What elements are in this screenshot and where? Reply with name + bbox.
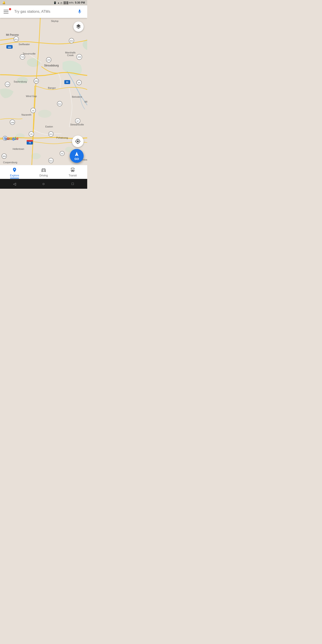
location-button[interactable] [72, 136, 84, 147]
svg-point-109 [44, 170, 45, 171]
svg-text:Swiftwater: Swiftwater [18, 43, 30, 46]
svg-text:380: 380 [8, 46, 11, 48]
nav-transit[interactable]: Transit [58, 166, 87, 178]
nav-driving[interactable]: Driving [29, 166, 58, 178]
notification-icon: 🔔 [2, 1, 6, 4]
driving-icon [41, 167, 46, 174]
explore-label: Explore [10, 174, 19, 177]
svg-text:57: 57 [77, 120, 79, 122]
layer-toggle-button[interactable] [73, 22, 84, 32]
svg-text:Marshalls: Marshalls [65, 52, 76, 54]
active-nav-indicator [10, 178, 19, 178]
svg-text:Easton: Easton [46, 126, 53, 128]
svg-text:33: 33 [30, 133, 32, 135]
map-container[interactable]: 611 380 209 402 191 715 715 [0, 18, 87, 165]
logo-g: G [4, 136, 7, 141]
driving-label: Driving [39, 174, 48, 177]
status-bar-left: 🔔 [2, 1, 6, 4]
wifi-icon: ▲ [57, 1, 60, 4]
search-bar [0, 5, 87, 18]
svg-text:80: 80 [66, 81, 68, 83]
signal-bars: ▐▐▐ [63, 1, 68, 4]
status-bar-right: 📳 ▲ △ ▐▐▐ 44% 5:30 PM [54, 1, 85, 4]
go-button-label: GO [74, 157, 79, 160]
svg-text:Tannersville: Tannersville [22, 52, 36, 55]
svg-text:Wind Gap: Wind Gap [26, 95, 37, 98]
home-button[interactable]: ○ [40, 180, 47, 187]
logo-o1: o [7, 136, 10, 141]
logo-g2: g [12, 136, 15, 141]
nosim-icon: △ [60, 1, 62, 4]
svg-text:715: 715 [21, 56, 24, 58]
svg-text:402: 402 [70, 40, 73, 42]
svg-text:209: 209 [78, 56, 81, 58]
svg-text:611: 611 [49, 160, 52, 162]
transit-label: Transit [69, 174, 77, 177]
svg-text:Pohatcong: Pohatcong [56, 136, 68, 139]
svg-text:Stroudsburg: Stroudsburg [44, 64, 58, 67]
svg-text:32: 32 [61, 152, 63, 155]
transit-icon [70, 167, 75, 174]
logo-l: l [15, 136, 16, 141]
svg-text:Mt Pocono: Mt Pocono [6, 33, 19, 36]
svg-point-3 [27, 58, 40, 67]
svg-text:248: 248 [11, 122, 14, 124]
svg-text:Nazareth: Nazareth [22, 113, 31, 116]
svg-text:715: 715 [6, 84, 9, 86]
svg-rect-56 [26, 140, 33, 142]
nav-explore[interactable]: Explore [0, 166, 29, 178]
svg-text:Creek: Creek [67, 54, 74, 56]
svg-text:Bangor: Bangor [48, 86, 56, 89]
svg-text:Coopersburg: Coopersburg [3, 161, 17, 164]
svg-point-7 [38, 110, 52, 118]
svg-text:Belvidere: Belvidere [72, 96, 82, 98]
back-button[interactable]: ◁ [11, 180, 18, 187]
svg-text:309: 309 [2, 155, 6, 158]
search-input[interactable] [12, 10, 76, 14]
svg-text:Stewartsville: Stewartsville [70, 123, 84, 126]
logo-e: e [16, 136, 18, 141]
google-logo: G o o g l e [4, 136, 18, 141]
recents-button[interactable]: □ [69, 180, 76, 187]
go-button[interactable]: GO [70, 149, 84, 163]
svg-point-108 [42, 170, 43, 171]
battery-text: 44% [69, 1, 74, 4]
status-bar: 🔔 📳 ▲ △ ▐▐▐ 44% 5:30 PM [0, 0, 87, 5]
svg-text:94: 94 [78, 82, 80, 84]
svg-text:Saylorsburg: Saylorsburg [14, 80, 26, 83]
vibrate-icon: 📳 [54, 1, 56, 4]
notification-dot [9, 8, 11, 10]
svg-text:611: 611 [49, 133, 52, 135]
explore-icon [12, 167, 17, 174]
microphone-button[interactable] [76, 8, 84, 16]
system-nav-bar: ◁ ○ □ [0, 179, 87, 189]
svg-text:Skytop: Skytop [51, 20, 58, 22]
svg-text:White: White [84, 100, 87, 103]
svg-text:611: 611 [58, 103, 61, 105]
time-display: 5:30 PM [75, 1, 85, 4]
bottom-navigation: Explore Driving Transit [0, 165, 87, 179]
logo-o2: o [10, 136, 12, 141]
svg-text:Hellertown: Hellertown [12, 148, 24, 150]
menu-button[interactable] [4, 8, 12, 16]
svg-text:78: 78 [28, 142, 31, 144]
svg-text:33: 33 [32, 110, 34, 112]
svg-text:209: 209 [35, 80, 38, 82]
svg-text:611: 611 [14, 38, 18, 40]
svg-text:191: 191 [47, 59, 50, 61]
